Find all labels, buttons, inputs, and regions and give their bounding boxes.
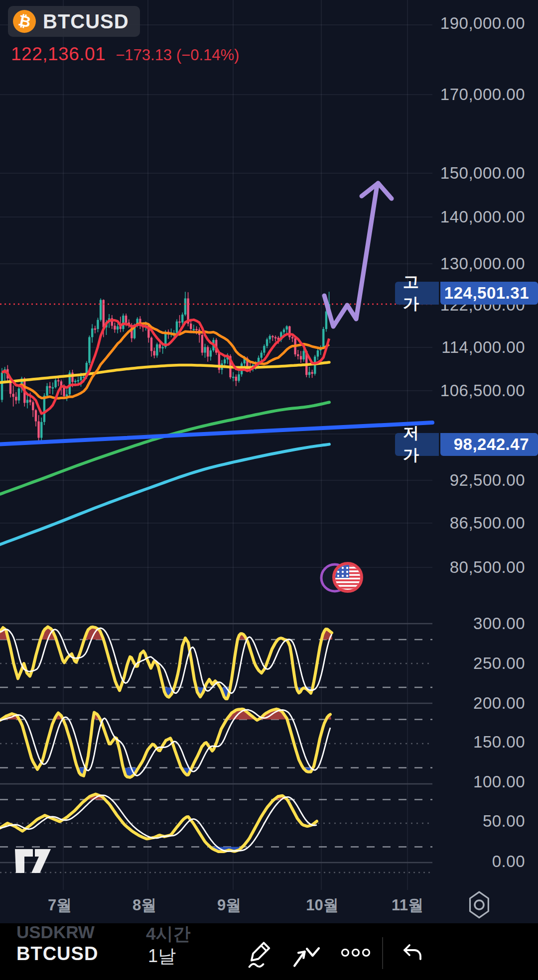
bottom-toolbar: USDKRW 4시간 BTCUSD 1날 [0, 923, 538, 980]
chart-header: ₿ BTCUSD 122,136.01 −173.13 (−0.14%) [8, 6, 239, 65]
indicators-icon[interactable] [291, 943, 322, 968]
low-price-badge[interactable]: 저가 98,242.47 [395, 433, 538, 456]
more-options-icon[interactable] [341, 947, 371, 958]
tradingview-chart-screen: 190,000.00170,000.00150,000.00140,000.00… [0, 0, 538, 980]
chart-canvas[interactable] [0, 0, 538, 980]
prev-interval-label: 4시간 [146, 922, 190, 946]
price-change: −173.13 (−0.14%) [116, 46, 239, 64]
time-axis-settings-icon[interactable] [464, 891, 494, 919]
prev-symbol-label: USDKRW [16, 922, 95, 942]
high-badge-label: 고가 [395, 282, 439, 305]
toolbar-divider [382, 937, 383, 969]
interval-selector[interactable]: 1날 [148, 944, 176, 969]
symbol-selector[interactable]: BTCUSD [16, 943, 98, 965]
bitcoin-icon: ₿ [13, 10, 36, 33]
tradingview-logo [14, 848, 52, 874]
high-badge-value: 124,501.31 [440, 282, 538, 305]
low-badge-value: 98,242.47 [440, 433, 538, 456]
price-row: 122,136.01 −173.13 (−0.14%) [11, 44, 239, 65]
last-price: 122,136.01 [11, 44, 106, 65]
high-price-badge[interactable]: 고가 124,501.31 [395, 282, 538, 305]
symbol-badge[interactable]: ₿ BTCUSD [8, 6, 140, 37]
draw-tool-icon[interactable] [246, 940, 274, 970]
undo-icon[interactable] [400, 942, 423, 964]
symbol-title: BTCUSD [43, 10, 129, 33]
low-badge-label: 저가 [395, 433, 439, 456]
